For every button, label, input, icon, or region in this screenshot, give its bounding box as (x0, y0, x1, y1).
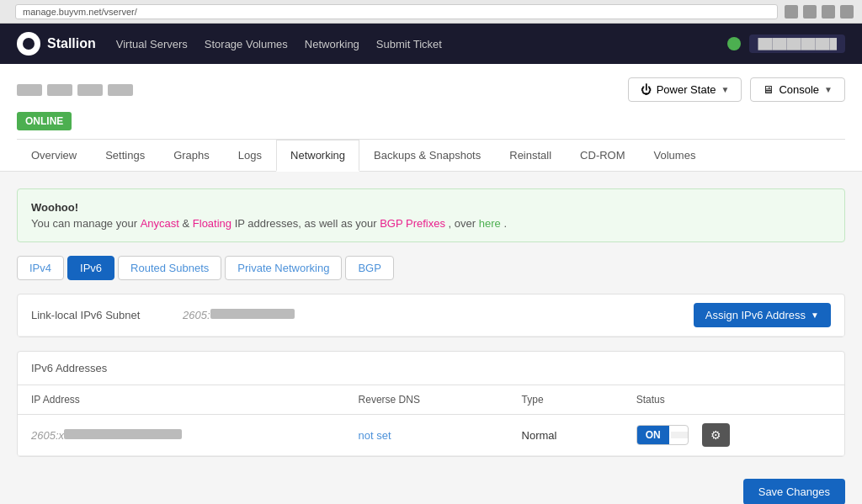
power-button-label: Power State (657, 83, 716, 96)
main-content: Woohoo! You can manage your Anycast & Fl… (0, 172, 862, 504)
tab-logs[interactable]: Logs (224, 140, 276, 171)
alert-text-after: , over (449, 217, 476, 230)
col-ip: IP Address (18, 385, 345, 415)
power-indicator (727, 37, 741, 50)
tab-overview[interactable]: Overview (17, 140, 91, 171)
col-rdns: Reverse DNS (345, 385, 508, 415)
server-name-icon3 (77, 84, 103, 96)
subnet-value: 2605: (183, 309, 295, 321)
power-state-button[interactable]: ⏻ Power State ▼ (628, 77, 742, 102)
browser-icon-2 (803, 5, 817, 19)
server-info: ⏻ Power State ▼ 🖥 Console ▼ (17, 77, 845, 102)
server-name-icon4 (108, 84, 133, 96)
ipv6-table-title: IPv6 Addresses (18, 352, 844, 385)
alert-period: . (503, 217, 507, 230)
nav-networking[interactable]: Networking (305, 38, 359, 50)
tab-reinstall[interactable]: Reinstall (495, 140, 566, 171)
cell-ip: 2605:x (18, 415, 345, 456)
cell-type: Normal (508, 415, 623, 456)
cell-status: ON ⚙ (623, 415, 844, 456)
browser-url: manage.buyvm.net/vserver/ (15, 4, 778, 19)
assign-button-arrow: ▼ (811, 310, 819, 320)
col-type: Type (508, 385, 623, 415)
toggle-off[interactable] (671, 432, 688, 438)
page-tabs: Overview Settings Graphs Logs Networking… (17, 139, 845, 171)
ipv6-table: IP Address Reverse DNS Type Status 2605:… (18, 385, 844, 456)
tab-cdrom[interactable]: CD-ROM (566, 140, 639, 171)
col-status: Status (623, 385, 844, 415)
sub-tab-ipv6[interactable]: IPv6 (67, 256, 114, 280)
browser-icon-4 (840, 5, 854, 19)
alert-ampersand: & (183, 217, 190, 230)
rdns-link[interactable]: not set (359, 429, 391, 442)
subnet-label: Link-local IPv6 Subnet (31, 309, 183, 321)
nav-links: Virtual Servers Storage Volumes Networki… (116, 38, 442, 50)
console-button[interactable]: 🖥 Console ▼ (750, 77, 845, 102)
cell-rdns: not set (345, 415, 508, 456)
tab-backups[interactable]: Backups & Snapshots (359, 140, 495, 171)
navbar: Stallion Virtual Servers Storage Volumes… (0, 24, 862, 64)
subnet-action: Assign IPv6 Address ▼ (694, 303, 831, 327)
here-link[interactable]: here (479, 217, 501, 230)
page-header: ⏻ Power State ▼ 🖥 Console ▼ ONLINE Overv… (0, 64, 862, 172)
footer-actions: Save Changes (17, 470, 845, 504)
console-button-label: Console (779, 83, 819, 96)
table-row: 2605:x not set Normal ON ⚙ (18, 415, 844, 456)
save-changes-button[interactable]: Save Changes (743, 479, 845, 504)
status-badge: ONLINE (17, 112, 72, 130)
brand-name: Stallion (47, 36, 96, 51)
alert-title: Woohoo! (31, 201, 831, 214)
user-info: ███████████ (749, 34, 845, 53)
nav-virtual-servers[interactable]: Virtual Servers (116, 38, 188, 50)
browser-icon-1 (785, 5, 798, 19)
sub-tab-bgp[interactable]: BGP (345, 256, 393, 280)
alert-text: You can manage your Anycast & Floating I… (31, 217, 831, 230)
browser-bar: manage.buyvm.net/vserver/ (0, 0, 862, 24)
ipv6-addresses-section: IPv6 Addresses IP Address Reverse DNS Ty… (17, 351, 845, 457)
tab-networking[interactable]: Networking (276, 140, 359, 172)
power-dropdown-arrow: ▼ (721, 85, 729, 94)
subnet-row: Link-local IPv6 Subnet 2605: Assign IPv6… (18, 294, 844, 337)
assign-ipv6-button[interactable]: Assign IPv6 Address ▼ (694, 303, 831, 327)
console-icon: 🖥 (763, 83, 774, 96)
sub-tab-private[interactable]: Private Networking (225, 256, 342, 280)
sub-tab-routed[interactable]: Routed Subnets (118, 256, 221, 280)
server-name (17, 84, 133, 96)
subnet-section: Link-local IPv6 Subnet 2605: Assign IPv6… (17, 294, 845, 337)
sub-tab-ipv4[interactable]: IPv4 (17, 256, 64, 280)
alert-text-mid: IP addresses, as well as your (235, 217, 377, 230)
browser-icon-3 (822, 5, 835, 19)
alert-text-before: You can manage your (31, 217, 137, 230)
alert-box: Woohoo! You can manage your Anycast & Fl… (17, 188, 845, 242)
tab-settings[interactable]: Settings (91, 140, 159, 171)
power-icon: ⏻ (641, 83, 652, 96)
navbar-right: ███████████ (727, 34, 845, 53)
nav-storage-volumes[interactable]: Storage Volumes (205, 38, 288, 50)
gear-button[interactable]: ⚙ (702, 423, 730, 447)
sub-tabs: IPv4 IPv6 Routed Subnets Private Network… (17, 256, 845, 280)
toggle-on[interactable]: ON (637, 426, 669, 444)
anycast-link[interactable]: Anycast (141, 217, 179, 230)
bgp-link[interactable]: BGP Prefixes (380, 217, 445, 230)
tab-graphs[interactable]: Graphs (159, 140, 224, 171)
tab-volumes[interactable]: Volumes (640, 140, 710, 171)
status-toggle[interactable]: ON (636, 425, 689, 445)
nav-submit-ticket[interactable]: Submit Ticket (376, 38, 442, 50)
server-name-icon2 (47, 84, 72, 96)
brand: Stallion (17, 32, 96, 56)
floating-link[interactable]: Floating (193, 217, 231, 230)
assign-button-label: Assign IPv6 Address (705, 309, 806, 321)
brand-logo (17, 32, 40, 56)
server-actions: ⏻ Power State ▼ 🖥 Console ▼ (628, 77, 845, 102)
console-dropdown-arrow: ▼ (824, 85, 833, 94)
server-name-icon (17, 84, 42, 96)
